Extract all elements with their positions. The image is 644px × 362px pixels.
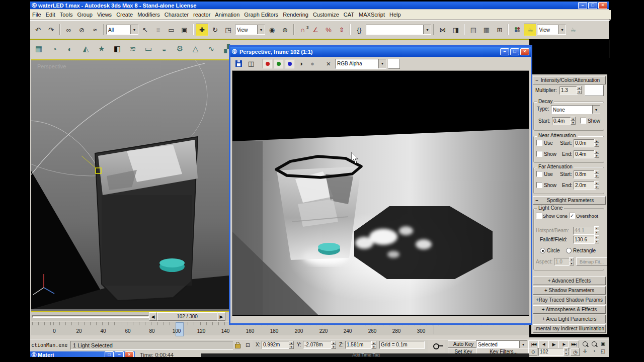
spinner-down-icon[interactable]: ▾ <box>594 154 599 158</box>
menu-file[interactable]: File <box>32 12 41 18</box>
near-end-spinner[interactable]: ▴▾ <box>594 150 599 158</box>
unlink-selection-icon[interactable]: ⊘ <box>75 24 88 36</box>
zoom-all-icon[interactable] <box>590 340 598 347</box>
falloff-spinner[interactable]: ▴▾ <box>594 235 599 243</box>
reactor-motor-icon[interactable]: ⚙ <box>173 42 186 56</box>
viewport-label[interactable]: Perspective <box>37 63 66 69</box>
far-show-checkbox[interactable] <box>536 182 542 188</box>
play-button-icon[interactable]: ▶ <box>548 340 559 348</box>
menu-edit[interactable]: Edit <box>46 12 55 18</box>
reactor-plane-icon[interactable]: △ <box>189 42 202 56</box>
save-bitmap-icon[interactable] <box>233 58 244 69</box>
select-and-manipulate-icon[interactable]: ⊕ <box>279 24 291 36</box>
rollout-spotlight-parameters[interactable]: – Spotlight Parameters <box>533 196 606 205</box>
align-icon[interactable]: ◨ <box>449 24 462 36</box>
far-end-spinner[interactable]: ▴▾ <box>594 181 599 189</box>
go-to-start-icon[interactable]: |◀◀ <box>528 340 539 348</box>
redo-icon[interactable]: ↷ <box>45 24 57 36</box>
menu-create[interactable]: Create <box>116 12 133 18</box>
near-end-field[interactable]: 0.4m <box>574 150 596 158</box>
pan-view-icon[interactable]: ✛ <box>581 348 589 354</box>
green-channel-icon[interactable] <box>274 59 283 68</box>
select-by-name-icon[interactable]: ≡ <box>152 24 165 36</box>
show-cone-checkbox[interactable] <box>536 213 542 219</box>
reactor-fracture-icon[interactable]: ◒ <box>157 42 171 56</box>
go-to-end-icon[interactable]: ▶▶| <box>569 340 579 348</box>
far-end-field[interactable]: 2.0m <box>574 182 596 190</box>
quick-render-icon[interactable]: ☕ <box>567 24 579 36</box>
spinner-down-icon[interactable]: ▾ <box>571 121 576 125</box>
zoom-icon[interactable] <box>581 340 589 347</box>
channel-display-dropdown[interactable]: RGB Alpha ▾ <box>335 59 386 69</box>
selection-lock-icon[interactable] <box>233 340 243 350</box>
close-button[interactable]: × <box>598 2 607 9</box>
select-and-link-icon[interactable]: ∞ <box>62 24 75 36</box>
rollout-atmospheres-effects[interactable]: + Atmospheres & Effects <box>533 305 606 314</box>
decay-start-field[interactable]: 0.4m <box>552 117 572 125</box>
current-frame-field[interactable]: 102 <box>538 348 566 356</box>
near-start-spinner[interactable]: ▴▾ <box>594 139 599 147</box>
color-swatch[interactable] <box>388 59 400 69</box>
menu-rendering[interactable]: Rendering <box>283 12 308 18</box>
spinner-up-icon[interactable]: ▴ <box>594 235 599 239</box>
chevron-down-icon[interactable]: ▾ <box>592 106 600 114</box>
clone-render-window-icon[interactable]: ◫ <box>246 58 257 69</box>
spinner-up-icon[interactable]: ▴ <box>594 181 599 185</box>
menu-animation[interactable]: Animation <box>215 12 239 18</box>
menu-graph-editors[interactable]: Graph Editors <box>244 12 278 18</box>
render-minimize-button[interactable]: – <box>500 48 509 55</box>
reactor-toy-car-icon[interactable]: ▭ <box>142 42 155 56</box>
spinner-down-icon[interactable]: ▾ <box>289 345 294 349</box>
menu-views[interactable]: Views <box>97 12 112 18</box>
near-use-checkbox[interactable] <box>536 140 542 146</box>
rollout-area-light-parameters[interactable]: + Area Light Parameters <box>533 315 606 323</box>
auto-key-button[interactable]: Auto Key <box>448 340 479 348</box>
menu-help[interactable]: Help <box>389 12 401 18</box>
falloff-field[interactable]: 130.6 <box>573 236 595 244</box>
material-editor-icon[interactable] <box>511 24 523 36</box>
rollout-mental-ray-indirect-illumination[interactable]: -mental ray Indirect Illumination <box>533 324 606 333</box>
reactor-cloth-collection-icon[interactable]: ◔ <box>48 42 61 56</box>
angle-snap-icon[interactable]: ∠ <box>309 24 321 36</box>
reactor-water-space-warp-icon[interactable]: ≋ <box>126 42 139 56</box>
maximize-button[interactable]: □ <box>588 2 597 9</box>
spinner-down-icon[interactable]: ▾ <box>594 174 599 178</box>
spinner-down-icon[interactable]: ▾ <box>564 351 569 355</box>
rectangle-radio[interactable] <box>566 248 572 253</box>
x-spinner[interactable]: ▴▾ <box>289 341 294 349</box>
decay-type-dropdown[interactable]: None ▾ <box>551 105 600 114</box>
far-start-field[interactable]: 0.8m <box>574 170 596 178</box>
crossing-selection-icon[interactable]: ▣ <box>178 24 191 36</box>
reactor-deforming-mesh-icon[interactable]: ★ <box>95 42 108 56</box>
reference-coordinate-dropdown[interactable]: View ▾ <box>235 25 265 35</box>
x-coordinate-field[interactable]: 0.992m <box>262 341 290 349</box>
rendered-frame-window[interactable]: Ⓖ Perspective, frame 102 (1:1) – □ × ◫ ◑… <box>229 45 532 325</box>
spinner-up-icon[interactable]: ▴ <box>371 341 376 345</box>
minimize-button[interactable]: – <box>578 2 587 9</box>
min-max-toggle-icon[interactable]: ◱ <box>599 348 607 354</box>
rollout-shadow-parameters[interactable]: + Shadow Parameters <box>533 286 606 295</box>
z-coordinate-field[interactable]: 1.581m <box>345 341 372 349</box>
arc-rotate-icon[interactable]: ◔ <box>590 348 598 354</box>
rollout-ray-traced-shadow-params[interactable]: +Ray Traced Shadow Params <box>533 296 606 304</box>
decay-start-spinner[interactable]: ▴▾ <box>571 117 576 125</box>
spinner-down-icon[interactable]: ▾ <box>331 345 336 349</box>
circle-radio[interactable] <box>540 248 545 253</box>
chevron-down-icon[interactable]: ▾ <box>130 25 138 34</box>
reactor-wind-icon[interactable]: ∿ <box>205 42 218 56</box>
render-close-button[interactable]: × <box>520 48 529 55</box>
rollout-advanced-effects[interactable]: + Advanced Effects <box>533 277 606 285</box>
spinner-up-icon[interactable]: ▴ <box>331 341 336 345</box>
red-channel-icon[interactable] <box>263 59 272 68</box>
render-window-title-bar[interactable]: Ⓖ Perspective, frame 102 (1:1) – □ × <box>230 47 531 57</box>
spinner-up-icon[interactable]: ▴ <box>594 150 599 154</box>
menu-tools[interactable]: Tools <box>60 12 73 18</box>
chevron-down-icon[interactable]: ▾ <box>378 59 386 68</box>
select-and-move-icon[interactable]: ✚ <box>196 24 208 36</box>
chevron-down-icon[interactable]: ▾ <box>519 341 527 348</box>
time-slider[interactable]: ◀ 102 / 300 ▶ <box>31 312 229 321</box>
blue-channel-icon[interactable] <box>285 59 294 68</box>
alpha-channel-icon[interactable]: ● <box>307 59 317 69</box>
previous-frame-arrow[interactable]: ◀ <box>149 312 157 321</box>
selection-filter-dropdown[interactable]: All ▾ <box>106 25 138 35</box>
